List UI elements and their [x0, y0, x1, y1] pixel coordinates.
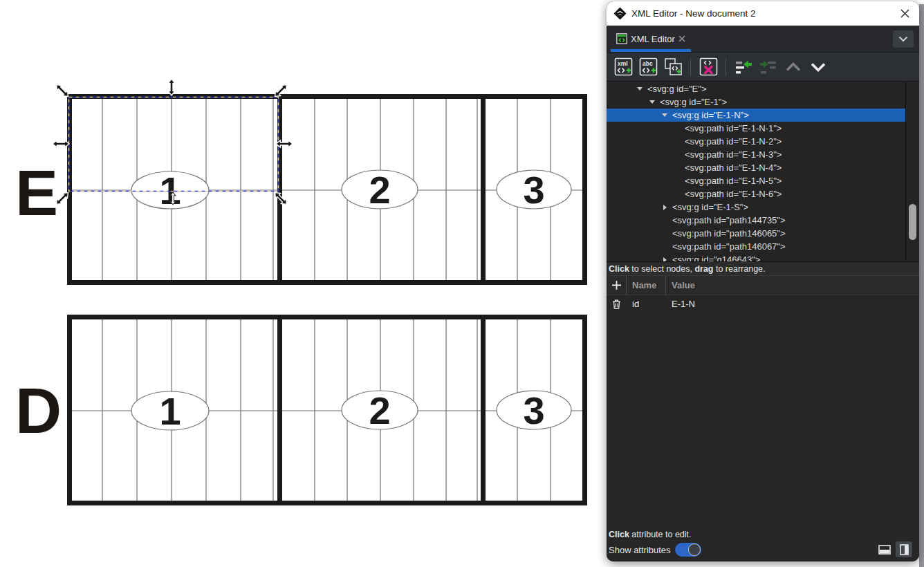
new-text-node-button[interactable]: abc	[638, 57, 658, 77]
tree-row[interactable]: <svg:path id="path146065">	[607, 227, 905, 240]
svg-text:abc: abc	[643, 60, 653, 67]
table-d-number-3: 3	[523, 389, 544, 432]
delete-node-button[interactable]	[698, 57, 719, 77]
add-attribute-button[interactable]	[607, 276, 627, 295]
table-d-number-2: 2	[369, 389, 390, 432]
tab-list-dropdown-button[interactable]	[893, 30, 914, 48]
vertical-split-icon	[900, 544, 909, 555]
tree-row[interactable]: <svg:path id="E-1-N-3">	[607, 148, 905, 161]
expander-open-icon[interactable]	[648, 100, 656, 104]
toolbar-separator	[726, 58, 726, 76]
right-arrow	[760, 60, 768, 68]
scale-handle-e[interactable]	[276, 140, 293, 147]
tree-row[interactable]: <svg:g id="E-1">	[607, 95, 905, 109]
unindent-node-button[interactable]	[733, 57, 754, 77]
tree-row[interactable]: <svg:path id="path144735">	[607, 214, 905, 227]
xml-editor-tab-icon	[616, 33, 627, 44]
tab-xml-editor[interactable]: XML Editor	[611, 26, 691, 52]
show-attributes-toggle[interactable]	[675, 543, 701, 557]
attribute-value[interactable]: E-1-N	[666, 299, 919, 309]
xml-tree-rows: <svg:g id="E"> <svg:g id="E-1"> <svg:g i…	[607, 82, 906, 261]
expander-open-icon[interactable]	[660, 113, 669, 117]
tree-row[interactable]: <svg:path id="E-1-N-5">	[607, 174, 905, 187]
new-element-node-button[interactable]: xml	[613, 57, 634, 77]
tree-row[interactable]: <svg:path id="E-1-N-4">	[607, 161, 905, 174]
delete-attribute-button[interactable]	[607, 295, 627, 313]
xml-editor-dialog: XML Editor - New document 2 XML Editor	[607, 1, 919, 561]
delete-x-icon	[705, 67, 712, 73]
indent-node-button[interactable]	[758, 57, 779, 77]
horizontal-split-icon	[878, 545, 891, 555]
tree-row[interactable]: <svg:g id="E-1-S">	[607, 201, 905, 214]
tree-scrollbar[interactable]	[907, 82, 919, 261]
tree-row-selected[interactable]: <svg:g id="E-1-N">	[607, 109, 905, 122]
attribute-hint-text: Click attribute to edit.	[609, 530, 919, 539]
dialog-title: XML Editor - New document 2	[631, 8, 756, 19]
table-e-number-1: 1	[159, 169, 181, 212]
tree-row[interactable]: <svg:path id="E-1-N-6">	[607, 187, 905, 201]
tree-scrollbar-thumb[interactable]	[909, 204, 916, 240]
panel-footer: Click attribute to edit. Show attributes	[607, 530, 919, 561]
plus-icon	[651, 68, 655, 73]
table-e-number-3: 3	[523, 168, 544, 212]
scale-handle-n[interactable]	[168, 79, 175, 95]
tab-close-icon[interactable]	[678, 35, 685, 42]
window-scrollbar-strip[interactable]	[919, 4, 924, 567]
tab-label: XML Editor	[631, 34, 675, 44]
panel-layout-buttons	[876, 541, 912, 557]
scale-handle-nw[interactable]	[54, 82, 71, 99]
panel-tabstrip: XML Editor	[607, 26, 919, 53]
row-label-D: D	[15, 375, 62, 447]
scale-handle-w[interactable]	[53, 140, 69, 147]
plus-icon	[611, 280, 622, 290]
plus-icon	[626, 68, 630, 73]
attribute-table-header: Name Value	[607, 276, 919, 295]
toolbar-separator	[690, 58, 691, 76]
attribute-value-header: Value	[666, 280, 919, 290]
attribute-name-header: Name	[627, 276, 666, 295]
layout-vertical-button[interactable]	[896, 541, 912, 557]
xml-node-tree: <svg:g id="E"> <svg:g id="E-1"> <svg:g i…	[607, 82, 919, 262]
table-e-number-2: 2	[369, 168, 390, 212]
layout-horizontal-button[interactable]	[876, 541, 893, 557]
dialog-close-button[interactable]	[897, 6, 912, 21]
tree-row[interactable]: <svg:path id="path146067">	[607, 240, 905, 253]
left-arrow	[743, 60, 752, 68]
expander-closed-icon[interactable]	[660, 205, 669, 210]
chevron-up-icon	[784, 60, 802, 74]
trash-icon	[612, 299, 621, 309]
row-label-E: E	[15, 157, 58, 229]
tree-row[interactable]: <svg:g id="E">	[607, 82, 905, 95]
expander-closed-icon[interactable]	[660, 257, 669, 262]
close-icon	[900, 9, 909, 18]
attribute-area-empty	[607, 313, 919, 530]
chevron-down-icon	[898, 36, 908, 42]
show-attributes-label: Show attributes	[609, 545, 671, 555]
tree-hint-text: Click to select nodes, drag to rearrange…	[607, 262, 919, 276]
tree-row[interactable]: <svg:g id="g146643">	[607, 253, 905, 261]
tree-row[interactable]: <svg:path id="E-1-N-2">	[607, 135, 905, 148]
drawing-table-E[interactable]: 1 2 3	[70, 94, 585, 285]
chevron-down-icon	[809, 60, 827, 74]
duplicate-node-button[interactable]	[663, 57, 683, 77]
drawing-canvas[interactable]: 1 2 3 E 1 2 3 D	[0, 0, 607, 567]
move-node-up-button[interactable]	[783, 57, 804, 77]
drawing-table-D[interactable]: 1 2 3	[70, 315, 585, 505]
attribute-name[interactable]: id	[627, 295, 666, 313]
svg-text:xml: xml	[618, 60, 628, 67]
toggle-knob	[688, 543, 701, 556]
table-d-number-1: 1	[159, 389, 181, 433]
tree-row[interactable]: <svg:path id="E-1-N-1">	[607, 122, 905, 135]
inkscape-logo-icon	[613, 7, 627, 20]
move-node-down-button[interactable]	[808, 57, 829, 77]
attribute-row[interactable]: id E-1-N	[607, 295, 919, 313]
expander-open-icon[interactable]	[636, 87, 644, 91]
dialog-titlebar[interactable]: XML Editor - New document 2	[607, 1, 919, 26]
xml-toolbar: xml abc	[607, 53, 919, 82]
